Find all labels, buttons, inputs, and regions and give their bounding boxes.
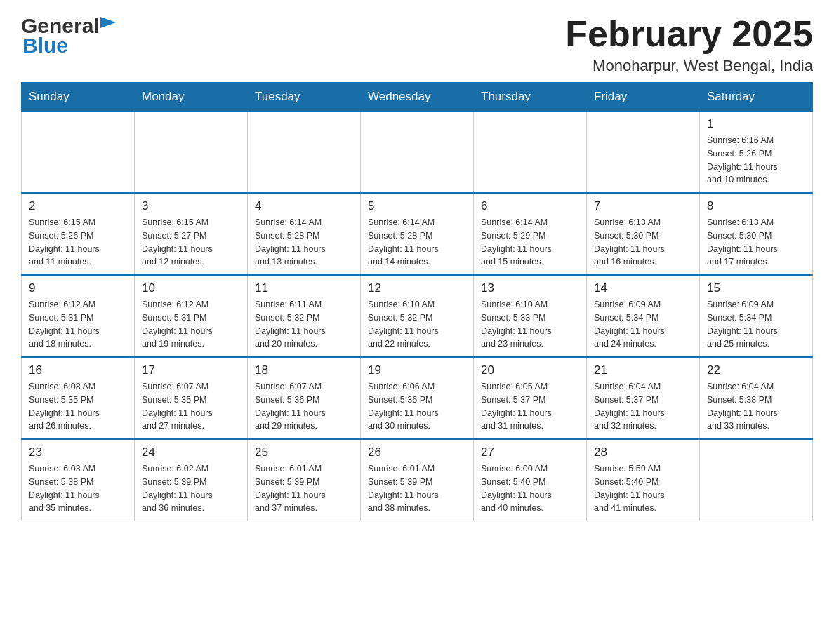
day-info: Sunrise: 6:00 AMSunset: 5:40 PMDaylight:… bbox=[481, 462, 579, 515]
day-header-saturday: Saturday bbox=[700, 83, 813, 112]
day-info: Sunrise: 6:01 AMSunset: 5:39 PMDaylight:… bbox=[255, 462, 353, 515]
calendar-cell: 15Sunrise: 6:09 AMSunset: 5:34 PMDayligh… bbox=[700, 275, 813, 357]
day-number: 27 bbox=[481, 445, 579, 459]
calendar-cell: 10Sunrise: 6:12 AMSunset: 5:31 PMDayligh… bbox=[135, 275, 248, 357]
calendar-cell: 16Sunrise: 6:08 AMSunset: 5:35 PMDayligh… bbox=[22, 357, 135, 439]
day-info: Sunrise: 6:15 AMSunset: 5:26 PMDaylight:… bbox=[29, 216, 127, 269]
day-header-monday: Monday bbox=[135, 83, 248, 112]
calendar-cell: 19Sunrise: 6:06 AMSunset: 5:36 PMDayligh… bbox=[361, 357, 474, 439]
calendar-table: SundayMondayTuesdayWednesdayThursdayFrid… bbox=[21, 82, 813, 521]
day-number: 23 bbox=[29, 445, 127, 459]
day-info: Sunrise: 6:08 AMSunset: 5:35 PMDaylight:… bbox=[29, 380, 127, 433]
day-number: 21 bbox=[594, 363, 692, 377]
calendar-cell: 3Sunrise: 6:15 AMSunset: 5:27 PMDaylight… bbox=[135, 193, 248, 275]
day-header-wednesday: Wednesday bbox=[361, 83, 474, 112]
day-number: 8 bbox=[707, 199, 805, 213]
day-number: 5 bbox=[368, 199, 466, 213]
calendar-cell: 1Sunrise: 6:16 AMSunset: 5:26 PMDaylight… bbox=[700, 112, 813, 194]
day-number: 18 bbox=[255, 363, 353, 377]
day-number: 25 bbox=[255, 445, 353, 459]
calendar-cell: 9Sunrise: 6:12 AMSunset: 5:31 PMDaylight… bbox=[22, 275, 135, 357]
day-number: 28 bbox=[594, 445, 692, 459]
logo-blue-text: Blue bbox=[22, 34, 68, 58]
day-number: 7 bbox=[594, 199, 692, 213]
day-info: Sunrise: 6:10 AMSunset: 5:33 PMDaylight:… bbox=[481, 298, 579, 351]
calendar-cell bbox=[248, 112, 361, 194]
day-number: 15 bbox=[707, 281, 805, 295]
day-number: 24 bbox=[142, 445, 240, 459]
calendar-cell: 11Sunrise: 6:11 AMSunset: 5:32 PMDayligh… bbox=[248, 275, 361, 357]
day-number: 6 bbox=[481, 199, 579, 213]
day-number: 26 bbox=[368, 445, 466, 459]
logo-arrow-icon bbox=[100, 17, 116, 32]
calendar-cell: 5Sunrise: 6:14 AMSunset: 5:28 PMDaylight… bbox=[361, 193, 474, 275]
day-info: Sunrise: 6:09 AMSunset: 5:34 PMDaylight:… bbox=[594, 298, 692, 351]
day-info: Sunrise: 6:10 AMSunset: 5:32 PMDaylight:… bbox=[368, 298, 466, 351]
calendar-cell bbox=[22, 112, 135, 194]
day-header-friday: Friday bbox=[587, 83, 700, 112]
page-header: General Blue February 2025 Monoharpur, W… bbox=[21, 14, 813, 75]
day-number: 2 bbox=[29, 199, 127, 213]
calendar-cell bbox=[700, 439, 813, 521]
day-info: Sunrise: 6:04 AMSunset: 5:37 PMDaylight:… bbox=[594, 380, 692, 433]
day-number: 19 bbox=[368, 363, 466, 377]
calendar-cell: 4Sunrise: 6:14 AMSunset: 5:28 PMDaylight… bbox=[248, 193, 361, 275]
calendar-cell: 20Sunrise: 6:05 AMSunset: 5:37 PMDayligh… bbox=[474, 357, 587, 439]
svg-marker-0 bbox=[100, 17, 116, 28]
day-number: 10 bbox=[142, 281, 240, 295]
week-row-5: 23Sunrise: 6:03 AMSunset: 5:38 PMDayligh… bbox=[22, 439, 813, 521]
day-info: Sunrise: 6:14 AMSunset: 5:28 PMDaylight:… bbox=[368, 216, 466, 269]
calendar-cell: 13Sunrise: 6:10 AMSunset: 5:33 PMDayligh… bbox=[474, 275, 587, 357]
day-header-tuesday: Tuesday bbox=[248, 83, 361, 112]
day-info: Sunrise: 6:14 AMSunset: 5:28 PMDaylight:… bbox=[255, 216, 353, 269]
week-row-1: 1Sunrise: 6:16 AMSunset: 5:26 PMDaylight… bbox=[22, 112, 813, 194]
day-number: 1 bbox=[707, 117, 805, 131]
calendar-cell: 25Sunrise: 6:01 AMSunset: 5:39 PMDayligh… bbox=[248, 439, 361, 521]
day-info: Sunrise: 5:59 AMSunset: 5:40 PMDaylight:… bbox=[594, 462, 692, 515]
day-number: 9 bbox=[29, 281, 127, 295]
calendar-cell: 21Sunrise: 6:04 AMSunset: 5:37 PMDayligh… bbox=[587, 357, 700, 439]
logo: General Blue bbox=[21, 14, 116, 58]
day-number: 17 bbox=[142, 363, 240, 377]
day-number: 3 bbox=[142, 199, 240, 213]
day-info: Sunrise: 6:03 AMSunset: 5:38 PMDaylight:… bbox=[29, 462, 127, 515]
calendar-cell bbox=[135, 112, 248, 194]
day-header-row: SundayMondayTuesdayWednesdayThursdayFrid… bbox=[22, 83, 813, 112]
day-header-sunday: Sunday bbox=[22, 83, 135, 112]
calendar-cell: 7Sunrise: 6:13 AMSunset: 5:30 PMDaylight… bbox=[587, 193, 700, 275]
calendar-cell: 23Sunrise: 6:03 AMSunset: 5:38 PMDayligh… bbox=[22, 439, 135, 521]
calendar-cell: 28Sunrise: 5:59 AMSunset: 5:40 PMDayligh… bbox=[587, 439, 700, 521]
day-info: Sunrise: 6:15 AMSunset: 5:27 PMDaylight:… bbox=[142, 216, 240, 269]
day-number: 14 bbox=[594, 281, 692, 295]
day-info: Sunrise: 6:04 AMSunset: 5:38 PMDaylight:… bbox=[707, 380, 805, 433]
calendar-cell: 18Sunrise: 6:07 AMSunset: 5:36 PMDayligh… bbox=[248, 357, 361, 439]
day-info: Sunrise: 6:11 AMSunset: 5:32 PMDaylight:… bbox=[255, 298, 353, 351]
calendar-cell: 17Sunrise: 6:07 AMSunset: 5:35 PMDayligh… bbox=[135, 357, 248, 439]
day-info: Sunrise: 6:07 AMSunset: 5:35 PMDaylight:… bbox=[142, 380, 240, 433]
calendar-cell: 8Sunrise: 6:13 AMSunset: 5:30 PMDaylight… bbox=[700, 193, 813, 275]
day-info: Sunrise: 6:13 AMSunset: 5:30 PMDaylight:… bbox=[707, 216, 805, 269]
calendar-cell: 12Sunrise: 6:10 AMSunset: 5:32 PMDayligh… bbox=[361, 275, 474, 357]
day-info: Sunrise: 6:06 AMSunset: 5:36 PMDaylight:… bbox=[368, 380, 466, 433]
day-number: 22 bbox=[707, 363, 805, 377]
calendar-cell bbox=[587, 112, 700, 194]
calendar-cell: 26Sunrise: 6:01 AMSunset: 5:39 PMDayligh… bbox=[361, 439, 474, 521]
calendar-cell bbox=[361, 112, 474, 194]
day-info: Sunrise: 6:13 AMSunset: 5:30 PMDaylight:… bbox=[594, 216, 692, 269]
day-number: 12 bbox=[368, 281, 466, 295]
day-number: 11 bbox=[255, 281, 353, 295]
day-info: Sunrise: 6:12 AMSunset: 5:31 PMDaylight:… bbox=[142, 298, 240, 351]
calendar-cell: 27Sunrise: 6:00 AMSunset: 5:40 PMDayligh… bbox=[474, 439, 587, 521]
day-info: Sunrise: 6:12 AMSunset: 5:31 PMDaylight:… bbox=[29, 298, 127, 351]
day-info: Sunrise: 6:02 AMSunset: 5:39 PMDaylight:… bbox=[142, 462, 240, 515]
day-number: 16 bbox=[29, 363, 127, 377]
week-row-3: 9Sunrise: 6:12 AMSunset: 5:31 PMDaylight… bbox=[22, 275, 813, 357]
day-info: Sunrise: 6:16 AMSunset: 5:26 PMDaylight:… bbox=[707, 134, 805, 187]
week-row-2: 2Sunrise: 6:15 AMSunset: 5:26 PMDaylight… bbox=[22, 193, 813, 275]
calendar-cell: 24Sunrise: 6:02 AMSunset: 5:39 PMDayligh… bbox=[135, 439, 248, 521]
calendar-cell: 14Sunrise: 6:09 AMSunset: 5:34 PMDayligh… bbox=[587, 275, 700, 357]
day-info: Sunrise: 6:07 AMSunset: 5:36 PMDaylight:… bbox=[255, 380, 353, 433]
calendar-cell: 2Sunrise: 6:15 AMSunset: 5:26 PMDaylight… bbox=[22, 193, 135, 275]
week-row-4: 16Sunrise: 6:08 AMSunset: 5:35 PMDayligh… bbox=[22, 357, 813, 439]
calendar-cell: 6Sunrise: 6:14 AMSunset: 5:29 PMDaylight… bbox=[474, 193, 587, 275]
